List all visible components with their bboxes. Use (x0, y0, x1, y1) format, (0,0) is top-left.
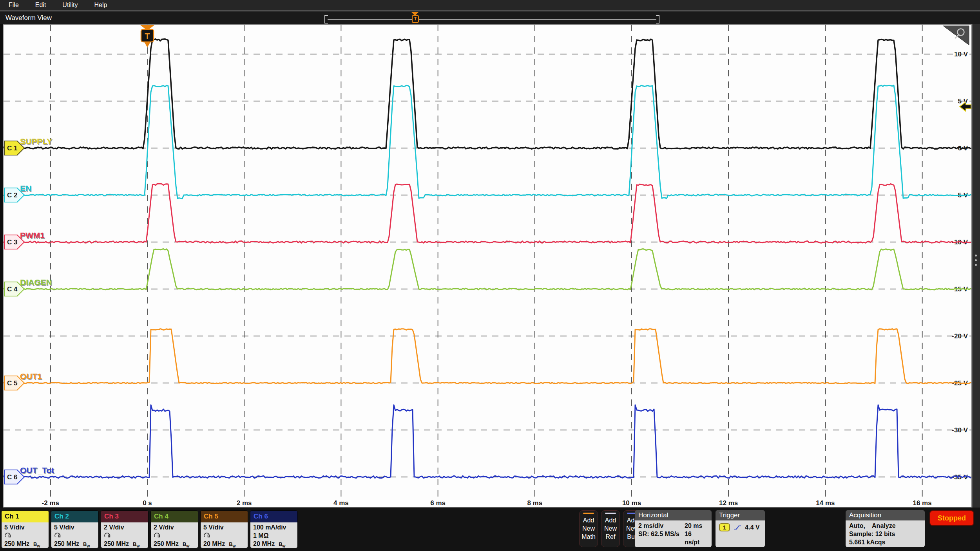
acquisition-mode: Auto, Analyze (849, 522, 921, 530)
svg-text:4 ms: 4 ms (333, 499, 349, 507)
svg-text:C 6: C 6 (7, 473, 17, 481)
channel-bandwidth: 20 MHz (203, 540, 225, 547)
waveform-canvas[interactable]: 10 V5 V0 V-5 V-10 V-15 V-20 V-25 V-30 V-… (4, 25, 971, 507)
svg-text:C 5: C 5 (7, 379, 17, 387)
channel-card-header[interactable]: Ch 2 (51, 511, 98, 522)
channel-bandwidth: 250 MHz (4, 540, 29, 547)
horizontal-scale: 2 ms/div (638, 522, 685, 530)
window-bracket-right (656, 15, 659, 23)
probe-icon (203, 531, 245, 540)
right-splitter-bar[interactable] (972, 24, 980, 508)
horizontal-panel-title: Horizontal (635, 510, 712, 520)
svg-text:14 ms: 14 ms (816, 499, 835, 507)
menu-edit[interactable]: Edit (35, 0, 46, 11)
bandwidth-limit-icon: Bw (279, 541, 285, 547)
sample-interval: 16 ns/pt (685, 530, 708, 546)
grid (4, 25, 971, 497)
rising-edge-icon (734, 524, 741, 531)
probe-icon (104, 531, 145, 540)
x-axis-labels: -2 ms0 s2 ms4 ms6 ms8 ms10 ms12 ms14 ms1… (42, 499, 932, 507)
acquisition-window-indicator[interactable]: T (324, 15, 659, 23)
svg-text:2 ms: 2 ms (237, 499, 252, 507)
channel-badges: C 1C 2C 3C 4C 5C 6 (4, 141, 24, 484)
run-stop-status-button[interactable]: Stopped (929, 510, 974, 526)
svg-text:-30 V: -30 V (952, 426, 968, 434)
bandwidth-limit-icon: Bw (229, 541, 235, 547)
bandwidth-limit-icon: Bw (183, 541, 189, 547)
svg-text:10 ms: 10 ms (622, 499, 641, 507)
channel-name-labels: SUPPLYSUPPLYENENPWM1PWM1DIAGENDIAGENOUT1… (20, 137, 55, 475)
bandwidth-limit-icon: Bw (133, 541, 139, 547)
svg-text:OUT_Tot: OUT_Tot (20, 466, 54, 475)
svg-text:6 ms: 6 ms (430, 499, 446, 507)
svg-text:EN: EN (20, 184, 31, 193)
svg-text:C 1: C 1 (7, 145, 17, 152)
svg-text:DIAGEN: DIAGEN (20, 278, 52, 287)
channel-bandwidth: 250 MHz (104, 540, 129, 547)
bandwidth-limit-icon: Bw (83, 541, 90, 547)
channel-card-header[interactable]: Ch 1 (2, 511, 49, 522)
settings-bar: Ch 1 5 V/div 250 MHzBw Ch 2 5 V/div 250 … (0, 508, 980, 551)
svg-text:T: T (145, 31, 150, 41)
channel-card-ch1[interactable]: Ch 1 5 V/div 250 MHzBw (1, 510, 49, 548)
channel-card-header[interactable]: Ch 6 (250, 511, 297, 522)
svg-text:8 ms: 8 ms (527, 499, 542, 507)
channel-scale: 5 V/div (54, 523, 96, 531)
sample-rate: SR: 62.5 MS/s (638, 530, 685, 546)
svg-text:C 3: C 3 (7, 238, 17, 246)
waveform-plot[interactable]: 10 V5 V0 V-5 V-10 V-15 V-20 V-25 V-30 V-… (3, 24, 972, 508)
acquisition-count: 5.661 kAcqs (849, 538, 921, 546)
probe-icon (4, 531, 46, 540)
acquisition-panel[interactable]: Acquisition Auto, Analyze Sample: 12 bit… (846, 510, 925, 547)
channel-scale: 2 V/div (104, 523, 145, 531)
svg-text:0 s: 0 s (143, 499, 152, 507)
channel-card-ch2[interactable]: Ch 2 5 V/div 250 MHzBw (51, 510, 99, 548)
channel-scale: 2 V/div (154, 523, 195, 531)
channel-card-header[interactable]: Ch 3 (101, 511, 148, 522)
svg-text:-20 V: -20 V (952, 332, 968, 340)
add-new-ref-button[interactable]: AddNewRef (601, 510, 620, 547)
probe-icon (54, 531, 96, 540)
svg-text:C 4: C 4 (7, 285, 18, 293)
channel-card-ch4[interactable]: Ch 4 2 V/div 250 MHzBw (150, 510, 198, 548)
channel-scale: 5 V/div (203, 523, 245, 531)
channel-bandwidth: 250 MHz (54, 540, 79, 547)
horizontal-panel[interactable]: Horizontal 2 ms/div 20 ms SR: 62.5 MS/s … (635, 510, 712, 547)
menu-utility[interactable]: Utility (62, 0, 78, 11)
y-axis-labels: 10 V5 V0 V-5 V-10 V-15 V-20 V-25 V-30 V-… (952, 51, 968, 481)
oscilloscope-app: { "menu": { "items": ["File", "Edit", "U… (0, 0, 980, 551)
bandwidth-limit-icon: Bw (33, 541, 40, 547)
acquisition-sample-bits: Sample: 12 bits (849, 530, 921, 538)
splitter-handle-icon[interactable] (975, 255, 977, 266)
trigger-source-badge[interactable]: 1 (719, 523, 730, 531)
channel-bandwidth: 20 MHz (253, 540, 275, 547)
svg-text:-35 V: -35 V (952, 473, 968, 481)
channel-scale: 5 V/div (4, 523, 46, 531)
svg-text:SUPPLY: SUPPLY (20, 137, 52, 146)
zoom-corner-button[interactable] (943, 26, 969, 45)
trigger-level: 4.4 V (745, 524, 759, 531)
svg-text:OUT1: OUT1 (20, 372, 42, 381)
waveform-view-title: Waveform View (5, 14, 52, 22)
add-new-math-button[interactable]: AddNewMath (579, 510, 598, 547)
trigger-panel[interactable]: Trigger 1 4.4 V (716, 510, 765, 547)
trigger-position-value: T 15% (685, 546, 708, 547)
window-line (328, 19, 656, 20)
menu-help[interactable]: Help (94, 0, 107, 11)
channel-card-ch6[interactable]: Ch 6 100 mA/div 1 MΩ 20 MHzBw (250, 510, 298, 548)
channel-card-ch3[interactable]: Ch 3 2 V/div 250 MHzBw (101, 510, 149, 548)
menu-file[interactable]: File (9, 0, 19, 11)
svg-text:-2 ms: -2 ms (42, 499, 59, 507)
waveform-view-titlebar: Waveform View T (0, 11, 980, 24)
trigger-panel-title: Trigger (716, 510, 765, 520)
svg-text:16 ms: 16 ms (913, 499, 931, 507)
channel-card-ch5[interactable]: Ch 5 5 V/div 20 MHzBw (200, 510, 248, 548)
channel-card-header[interactable]: Ch 5 (201, 511, 248, 522)
acquisition-panel-title: Acquisition (846, 510, 925, 520)
svg-text:10 V: 10 V (954, 51, 968, 58)
channel-card-header[interactable]: Ch 4 (151, 511, 198, 522)
math-accent (583, 513, 594, 514)
svg-text:PWM1: PWM1 (20, 231, 45, 240)
channel-impedance: 1 MΩ (253, 531, 295, 540)
channel-bandwidth: 250 MHz (154, 540, 179, 547)
